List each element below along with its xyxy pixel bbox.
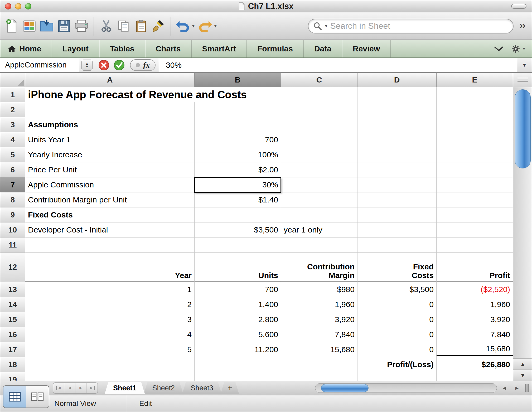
name-box[interactable]: AppleCommission <box>0 58 79 72</box>
paste-button[interactable] <box>134 15 148 37</box>
tab-charts[interactable]: Charts <box>145 40 192 57</box>
horizontal-scroll-track[interactable] <box>315 383 497 393</box>
formula-input[interactable]: 30% <box>159 58 517 72</box>
cell-A15[interactable]: 3 <box>25 312 195 327</box>
tab-review[interactable]: Review <box>342 40 391 57</box>
cell-A5[interactable]: Yearly Increase <box>25 147 195 162</box>
cell-B18[interactable] <box>195 357 281 372</box>
cell-A19[interactable] <box>25 372 195 381</box>
cell-D3[interactable] <box>357 117 437 132</box>
cell-B8[interactable]: $1.40 <box>195 192 281 207</box>
cell-B5[interactable]: 100% <box>195 147 281 162</box>
col-header-D[interactable]: D <box>357 73 437 87</box>
cell-C14[interactable]: 1,960 <box>281 297 357 312</box>
tab-tables[interactable]: Tables <box>99 40 145 57</box>
search-input[interactable] <box>330 21 508 31</box>
cell-C11[interactable] <box>281 237 357 253</box>
cell-E2[interactable] <box>437 102 513 117</box>
cell-D11[interactable] <box>357 237 437 253</box>
cell-B17[interactable]: 11,200 <box>195 342 281 357</box>
cell-E15[interactable]: 3,920 <box>437 312 513 327</box>
row-header-7[interactable]: 7 <box>0 177 25 192</box>
cell-C16[interactable]: 7,840 <box>281 327 357 342</box>
row-header-4[interactable]: 4 <box>0 132 25 147</box>
add-sheet-button[interactable]: + <box>221 382 239 394</box>
cell-D15[interactable]: 0 <box>357 312 437 327</box>
accept-button[interactable] <box>114 60 125 71</box>
cell-C12[interactable]: Contribution Margin <box>281 253 357 282</box>
row-header-18[interactable]: 18 <box>0 357 25 372</box>
cell-E9[interactable] <box>437 207 513 222</box>
undo-dropdown-arrow[interactable]: ▼ <box>191 24 195 28</box>
row-header-19[interactable]: 19 <box>0 372 25 381</box>
cell-D17[interactable]: 0 <box>357 342 437 357</box>
cut-button[interactable] <box>99 15 114 37</box>
cell-C15[interactable]: 3,920 <box>281 312 357 327</box>
redo-button[interactable]: ▼ <box>198 15 217 37</box>
new-workbook-button[interactable] <box>4 15 19 37</box>
save-button[interactable] <box>57 15 71 37</box>
cell-E12[interactable]: Profit <box>437 253 513 282</box>
cell-B14[interactable]: 1,400 <box>195 297 281 312</box>
horizontal-scroll-thumb[interactable] <box>321 384 369 392</box>
cell-A13[interactable]: 1 <box>25 282 195 297</box>
cell-A14[interactable]: 2 <box>25 297 195 312</box>
cell-A1[interactable]: iPhone App Forecast of Revenue and Costs <box>25 87 357 102</box>
cell-E14[interactable]: 1,960 <box>437 297 513 312</box>
ribbon-settings-button[interactable]: ▼ <box>511 45 526 53</box>
template-gallery-button[interactable] <box>22 15 37 37</box>
row-header-5[interactable]: 5 <box>0 147 25 162</box>
cell-A9[interactable]: Fixed Costs <box>25 207 195 222</box>
cell-B13[interactable]: 700 <box>195 282 281 297</box>
row-header-1[interactable]: 1 <box>0 87 25 102</box>
cell-B11[interactable] <box>195 237 281 253</box>
cell-C2[interactable] <box>281 102 357 117</box>
minimize-button[interactable] <box>15 3 21 9</box>
row-header-8[interactable]: 8 <box>0 192 25 207</box>
row-header-9[interactable]: 9 <box>0 207 25 222</box>
cell-B6[interactable]: $2.00 <box>195 162 281 177</box>
name-box-stepper[interactable]: ▲▼ <box>81 60 93 71</box>
col-header-B[interactable]: B <box>195 73 281 87</box>
split-handle[interactable] <box>513 73 532 87</box>
row-header-14[interactable]: 14 <box>0 297 25 312</box>
cell-A18[interactable] <box>25 357 195 372</box>
cell-E17[interactable]: 15,680 <box>437 342 513 357</box>
select-all-corner[interactable] <box>0 73 25 87</box>
cell-B19[interactable] <box>195 372 281 381</box>
insert-function-button[interactable]: fx <box>130 59 156 71</box>
col-header-A[interactable]: A <box>25 73 195 87</box>
row-header-6[interactable]: 6 <box>0 162 25 177</box>
search-field[interactable]: ▼ <box>308 19 514 33</box>
cell-D1[interactable] <box>357 87 437 102</box>
scroll-right-button[interactable]: ► <box>512 383 522 393</box>
col-header-E[interactable]: E <box>437 73 513 87</box>
scroll-left-button[interactable]: ◄ <box>499 383 510 393</box>
tab-data[interactable]: Data <box>304 40 342 57</box>
cell-D12[interactable]: Fixed Costs <box>357 253 437 282</box>
cell-B16[interactable]: 5,600 <box>195 327 281 342</box>
col-header-C[interactable]: C <box>281 73 357 87</box>
cell-A8[interactable]: Contribution Margin per Unit <box>25 192 195 207</box>
cell-A3[interactable]: Assumptions <box>25 117 195 132</box>
cell-C5[interactable] <box>281 147 357 162</box>
normal-view-button[interactable] <box>3 386 26 408</box>
cell-B4[interactable]: 700 <box>195 132 281 147</box>
row-header-3[interactable]: 3 <box>0 117 25 132</box>
row-header-12[interactable]: 12 <box>0 253 25 282</box>
cell-C4[interactable] <box>281 132 357 147</box>
cell-A6[interactable]: Price Per Unit <box>25 162 195 177</box>
row-header-15[interactable]: 15 <box>0 312 25 327</box>
cell-C13[interactable]: $980 <box>281 282 357 297</box>
tab-layout[interactable]: Layout <box>52 40 99 57</box>
scroll-down-button[interactable]: ▼ <box>513 370 532 381</box>
undo-button[interactable]: ▼ <box>176 15 195 37</box>
ribbon-collapse-button[interactable] <box>494 46 504 51</box>
search-scope-dropdown[interactable]: ▼ <box>324 24 328 28</box>
cell-E10[interactable] <box>437 222 513 237</box>
scroll-up-button[interactable]: ▲ <box>513 358 532 370</box>
cell-D19[interactable] <box>357 372 437 381</box>
cell-B15[interactable]: 2,800 <box>195 312 281 327</box>
cell-E5[interactable] <box>437 147 513 162</box>
row-header-17[interactable]: 17 <box>0 342 25 357</box>
